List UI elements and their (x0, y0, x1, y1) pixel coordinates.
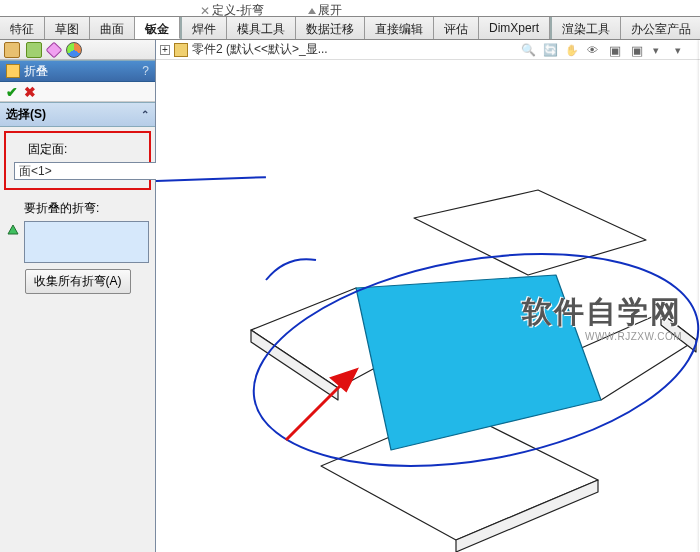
dropdown-icon[interactable] (674, 42, 690, 58)
chevron-up-icon: ⌃ (141, 109, 149, 120)
svg-marker-0 (414, 190, 646, 275)
tab-features[interactable]: 特征 (0, 17, 45, 39)
help-icon[interactable]: ? (142, 64, 149, 78)
fixed-face-input[interactable] (14, 162, 174, 180)
shade-icon[interactable] (630, 42, 646, 58)
ok-button[interactable]: ✔ (6, 84, 18, 100)
bend-select-icon[interactable] (6, 223, 20, 237)
fixed-face-label: 固定面: (28, 141, 145, 158)
ribbon-tabs: 特征 草图 曲面 钣金 焊件 模具工具 数据迁移 直接编辑 评估 DimXper… (0, 16, 700, 40)
tab-evaluate[interactable]: 评估 (434, 17, 479, 39)
tab-weldments[interactable]: 焊件 (182, 17, 227, 39)
watermark: 软件自学网 WWW.RJZXW.COM (522, 292, 682, 342)
tab-sheetmetal[interactable]: 钣金 (135, 17, 180, 39)
cancel-button[interactable]: ✖ (24, 84, 36, 100)
panel-icon-row (0, 40, 155, 60)
watermark-cn: 软件自学网 (522, 292, 682, 333)
expand-icon[interactable]: + (160, 45, 170, 55)
select-section: 固定面: (4, 131, 151, 190)
canvas-3d[interactable]: 软件自学网 WWW.RJZXW.COM (156, 60, 700, 552)
zoom-icon[interactable] (520, 42, 536, 58)
pan-icon[interactable] (564, 42, 580, 58)
part-name: 零件2 (默认<<默认>_显... (192, 41, 328, 58)
section-title: 选择(S) (6, 106, 46, 123)
more-view-icon[interactable] (652, 42, 668, 58)
bends-label: 要折叠的折弯: (24, 200, 149, 217)
property-icon[interactable] (46, 41, 63, 58)
view-toolbar (520, 42, 690, 58)
view-icon[interactable] (586, 42, 602, 58)
feature-header: 折叠 ? (0, 60, 155, 82)
property-panel: 折叠 ? ✔ ✖ 选择(S) ⌃ 固定面: 要折叠的折弯: (0, 40, 156, 552)
part-icon (174, 43, 188, 57)
bends-listbox[interactable] (24, 221, 149, 263)
fold-feature-icon (6, 64, 20, 78)
tab-office[interactable]: 办公室产品 (621, 17, 700, 39)
tab-data-migration[interactable]: 数据迁移 (296, 17, 365, 39)
tab-sketch[interactable]: 草图 (45, 17, 90, 39)
orbit-icon[interactable] (542, 42, 558, 58)
appearance-icon[interactable] (66, 42, 82, 58)
confirm-row: ✔ ✖ (0, 82, 155, 102)
tab-mold[interactable]: 模具工具 (227, 17, 296, 39)
collect-all-bends-button[interactable]: 收集所有折弯(A) (25, 269, 131, 294)
tab-render[interactable]: 渲染工具 (552, 17, 621, 39)
config-icon[interactable] (26, 42, 42, 58)
tab-dimxpert[interactable]: DimXpert (479, 17, 550, 39)
tab-direct-edit[interactable]: 直接编辑 (365, 17, 434, 39)
tab-surface[interactable]: 曲面 (90, 17, 135, 39)
up-arrow-icon (308, 8, 316, 14)
feature-title: 折叠 (24, 63, 48, 80)
display-style-icon[interactable] (608, 42, 624, 58)
feature-tree-icon[interactable] (4, 42, 20, 58)
select-section-header[interactable]: 选择(S) ⌃ (0, 102, 155, 127)
viewport[interactable]: + 零件2 (默认<<默认>_显... (156, 40, 700, 552)
